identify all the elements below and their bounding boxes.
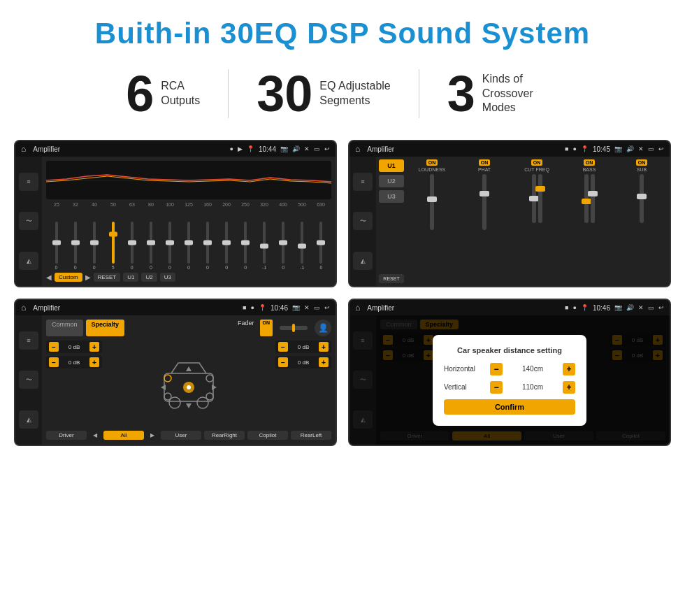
prev-arrow[interactable]: ◀ <box>46 273 52 281</box>
sidebar-vol-btn-2[interactable]: ◭ <box>353 252 373 270</box>
app-name-1: Amplifier <box>33 145 225 153</box>
u2-btn[interactable]: U2 <box>141 273 157 282</box>
u1-amp-btn[interactable]: U1 <box>379 159 404 172</box>
fader-on-badge[interactable]: ON <box>260 320 273 336</box>
channel-cutfreq: ON CUT FREQ <box>512 159 562 283</box>
phat-slider[interactable] <box>482 174 486 230</box>
battery-icon-1: ▭ <box>314 145 320 152</box>
next-arrow[interactable]: ▶ <box>85 273 91 281</box>
plus-btn-3[interactable]: + <box>319 357 329 367</box>
sidebar-wave-btn-3[interactable]: 〜 <box>19 371 38 389</box>
reset-amp-btn[interactable]: RESET <box>379 274 404 283</box>
minus-btn-0[interactable]: − <box>49 342 59 352</box>
rearleft-btn[interactable]: RearLeft <box>291 431 331 440</box>
sidebar-wave-btn-2[interactable]: 〜 <box>353 212 373 230</box>
eq-slider-12[interactable]: 0 <box>275 222 292 270</box>
status-bar-1: ⌂ Amplifier ● ▶ 📍 10:44 📷 🔊 ✕ ▭ ↩ <box>15 141 336 157</box>
cutfreq-on[interactable]: ON <box>531 159 543 166</box>
user-btn[interactable]: User <box>161 431 201 440</box>
custom-btn[interactable]: Custom <box>55 273 82 282</box>
eq-slider-3[interactable]: 5 <box>104 222 122 270</box>
plus-btn-2[interactable]: + <box>319 342 329 352</box>
home-icon-3: ⌂ <box>21 303 26 313</box>
minus-btn-1[interactable]: − <box>49 357 59 367</box>
plus-btn-1[interactable]: + <box>89 357 99 367</box>
app-name-3: Amplifier <box>33 304 238 312</box>
sidebar-wave-btn[interactable]: 〜 <box>19 212 38 230</box>
rearright-btn[interactable]: RearRight <box>204 431 245 440</box>
sidebar-vol-btn[interactable]: ◭ <box>19 252 38 270</box>
screens-grid: ⌂ Amplifier ● ▶ 📍 10:44 📷 🔊 ✕ ▭ ↩ ≡ 〜 ◭ <box>0 133 685 460</box>
sidebar-eq-btn-2[interactable]: ≡ <box>353 173 373 191</box>
eq-slider-13[interactable]: -1 <box>294 222 311 270</box>
eq-slider-10[interactable]: 0 <box>237 222 254 270</box>
u3-btn[interactable]: U3 <box>160 273 175 282</box>
eq-slider-14[interactable]: 0 <box>312 222 330 270</box>
bass-on[interactable]: ON <box>584 159 596 166</box>
bass-label: BASS <box>583 167 596 172</box>
x-icon-3: ✕ <box>304 304 310 311</box>
eq-slider-5[interactable]: 0 <box>142 222 159 270</box>
screen-crossover: ⌂ Amplifier ■ ● 📍 10:46 📷 ✕ ▭ ↩ ≡ 〜 ◭ Co… <box>14 299 337 446</box>
sub-slider[interactable] <box>640 174 644 223</box>
eq-slider-7[interactable]: 0 <box>180 222 197 270</box>
tab-specialty[interactable]: Specialty <box>86 320 125 336</box>
loudness-on[interactable]: ON <box>426 159 438 166</box>
loudness-slider[interactable] <box>430 174 434 230</box>
tab-common[interactable]: Common <box>46 320 83 336</box>
sub-on[interactable]: ON <box>636 159 648 166</box>
phat-label: PHAT <box>478 167 491 172</box>
eq-slider-6[interactable]: 0 <box>161 222 178 270</box>
db-val-2: 0 dB <box>290 344 317 350</box>
minus-btn-3[interactable]: − <box>278 357 288 367</box>
screen-content-4: ≡ 〜 ◭ Common Specialty −0 dB+ −0 dB+ <box>349 315 670 445</box>
eq-slider-0[interactable]: 0 <box>48 222 65 270</box>
eq-slider-11[interactable]: -1 <box>256 222 273 270</box>
bass-slider-f[interactable] <box>584 174 589 223</box>
cutfreq-slider-f[interactable] <box>532 174 536 223</box>
eq-graph <box>46 161 331 199</box>
horizontal-minus[interactable]: − <box>490 363 503 375</box>
back-icon-2: ↩ <box>658 145 664 152</box>
eq-slider-9[interactable]: 0 <box>218 222 236 270</box>
eq-slider-2[interactable]: 0 <box>85 222 103 270</box>
all-btn[interactable]: All <box>103 431 144 440</box>
sidebar-vol-btn-3[interactable]: ◭ <box>19 410 38 429</box>
minus-btn-2[interactable]: − <box>278 342 288 352</box>
play-icon-1: ▶ <box>238 145 243 152</box>
stat-number-rca: 6 <box>126 69 154 119</box>
dot-icon-3: ■ <box>243 304 246 311</box>
left-nav[interactable]: ◀ <box>89 429 101 440</box>
channel-phat: ON PHAT <box>459 159 510 283</box>
u1-btn[interactable]: U1 <box>123 273 138 282</box>
plus-btn-0[interactable]: + <box>89 342 99 352</box>
eq-slider-1[interactable]: 0 <box>66 222 84 270</box>
camera-icon-3: 📷 <box>292 304 300 311</box>
svg-marker-10 <box>186 366 192 371</box>
vertical-label: Vertical <box>444 383 486 391</box>
u2-amp-btn[interactable]: U2 <box>379 175 404 187</box>
u3-amp-btn[interactable]: U3 <box>379 190 404 203</box>
eq-slider-4[interactable]: 0 <box>123 222 140 270</box>
svg-marker-11 <box>186 403 192 408</box>
copilot-btn[interactable]: Copilot <box>247 431 288 440</box>
sidebar-1: ≡ 〜 ◭ <box>15 157 42 286</box>
x-icon-1: ✕ <box>304 145 310 152</box>
sidebar-eq-btn[interactable]: ≡ <box>19 173 38 191</box>
reset-btn[interactable]: RESET <box>94 273 121 282</box>
right-nav[interactable]: ▶ <box>147 429 158 440</box>
confirm-button[interactable]: Confirm <box>444 399 575 415</box>
horizontal-plus[interactable]: + <box>563 363 575 375</box>
sidebar-eq-btn-3[interactable]: ≡ <box>19 331 38 350</box>
eq-slider-8[interactable]: 0 <box>199 222 217 270</box>
driver-btn[interactable]: Driver <box>46 431 87 440</box>
vertical-plus[interactable]: + <box>563 381 575 394</box>
vertical-minus[interactable]: − <box>490 381 503 394</box>
sub-label: SUB <box>637 167 647 172</box>
db-row-0: − 0 dB + <box>46 341 102 353</box>
phat-on[interactable]: ON <box>479 159 491 166</box>
horizontal-label: Horizontal <box>444 365 486 373</box>
bass-slider-g[interactable] <box>591 174 595 223</box>
eq-panel: 25 32 40 50 63 80 100 125 160 200 250 32… <box>42 157 336 286</box>
cutfreq-slider-g[interactable] <box>538 174 542 223</box>
